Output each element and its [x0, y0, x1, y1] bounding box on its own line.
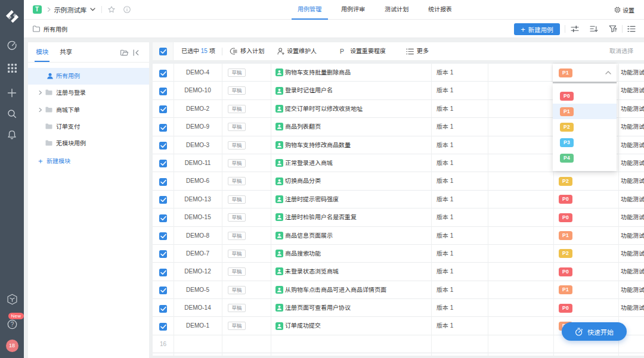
svg-text:?: ?: [10, 321, 14, 328]
